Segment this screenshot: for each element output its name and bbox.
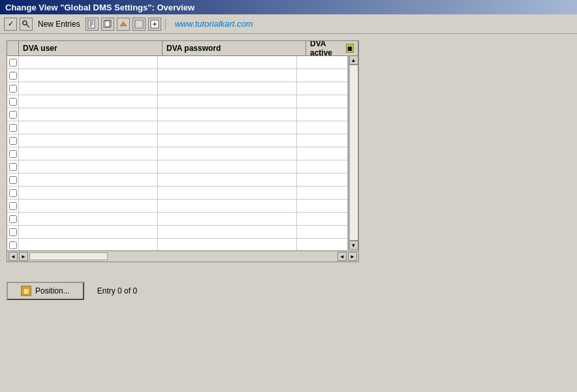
cell-active-8	[297, 147, 348, 160]
svg-rect-5	[89, 25, 92, 27]
header-select-col	[7, 41, 19, 55]
table-row	[7, 121, 348, 134]
title-text: Change View "Global DMS Settings": Overv…	[5, 3, 195, 12]
table-row	[7, 56, 348, 69]
table-row	[7, 239, 348, 250]
row-checkbox-14[interactable]	[7, 226, 19, 238]
cell-password-8	[158, 147, 297, 160]
table-row	[7, 82, 348, 95]
cell-user-13	[19, 213, 158, 226]
cell-active-14	[297, 226, 348, 239]
cell-active-3	[297, 82, 348, 95]
cell-active-9	[297, 160, 348, 173]
cell-user-6	[19, 121, 158, 134]
toolbar: ✓ New Entries www.tutorialkart.com	[0, 14, 577, 34]
cell-password-7	[158, 134, 297, 147]
cell-active-4	[297, 95, 348, 108]
cell-password-2	[158, 69, 297, 82]
row-checkbox-3[interactable]	[7, 82, 19, 95]
cell-active-1	[297, 56, 348, 69]
svg-point-0	[23, 21, 27, 25]
toolbar-btn-4[interactable]	[133, 18, 146, 31]
scroll-up-button[interactable]: ▲	[349, 55, 358, 65]
cell-user-3	[19, 82, 158, 95]
cell-active-7	[297, 134, 348, 147]
horizontal-scrollbar: ◄ ► ◄ ►	[7, 250, 358, 262]
cell-user-7	[19, 134, 158, 147]
row-checkbox-8[interactable]	[7, 147, 19, 160]
cell-active-11	[297, 187, 348, 200]
toolbar-btn-5[interactable]	[148, 18, 161, 31]
cell-user-8	[19, 147, 158, 160]
cell-password-9	[158, 160, 297, 173]
row-checkbox-4[interactable]	[7, 95, 19, 108]
position-label: Position...	[35, 286, 70, 295]
row-checkbox-9[interactable]	[7, 160, 19, 173]
cell-user-15	[19, 239, 158, 250]
scroll-track	[349, 65, 358, 241]
table-row	[7, 213, 348, 226]
row-checkbox-10[interactable]	[7, 173, 19, 186]
table-row	[7, 226, 348, 239]
cell-password-5	[158, 108, 297, 121]
scroll-down-button[interactable]: ▼	[349, 241, 358, 250]
table-container: DVA user DVA password DVA active ▦	[7, 40, 359, 262]
toolbar-btn-3[interactable]	[117, 18, 130, 31]
cell-user-10	[19, 173, 158, 187]
row-checkbox-1[interactable]	[7, 56, 19, 68]
row-checkbox-12[interactable]	[7, 200, 19, 212]
cell-password-13	[158, 213, 297, 226]
new-entries-label[interactable]: New Entries	[38, 20, 80, 29]
cell-user-5	[19, 108, 158, 121]
table-row	[7, 95, 348, 108]
cell-password-3	[158, 82, 297, 95]
cell-password-14	[158, 226, 297, 239]
row-checkbox-6[interactable]	[7, 121, 19, 134]
title-bar: Change View "Global DMS Settings": Overv…	[0, 0, 577, 14]
cell-active-10	[297, 173, 348, 187]
svg-rect-3	[89, 22, 93, 23]
checkmark-button[interactable]: ✓	[4, 18, 17, 31]
table-row	[7, 173, 348, 187]
cell-password-11	[158, 187, 297, 200]
row-checkbox-13[interactable]	[7, 213, 19, 225]
cell-password-6	[158, 121, 297, 134]
position-button[interactable]: ▦ Position...	[7, 282, 84, 300]
toolbar-btn-1[interactable]	[86, 18, 99, 31]
svg-line-1	[27, 24, 30, 27]
cell-password-15	[158, 239, 297, 250]
row-checkbox-5[interactable]	[7, 108, 19, 121]
hscroll-right-button[interactable]: ►	[348, 252, 357, 261]
main-content: DVA user DVA password DVA active ▦	[0, 34, 577, 392]
cell-password-4	[158, 95, 297, 108]
table-header: DVA user DVA password DVA active ▦	[7, 41, 358, 56]
hscroll-left-button[interactable]: ◄	[337, 252, 347, 261]
table-row	[7, 134, 348, 147]
active-col-icon: ▦	[346, 44, 354, 53]
row-checkbox-7[interactable]	[7, 134, 19, 147]
cell-user-1	[19, 56, 158, 69]
cell-password-1	[158, 56, 297, 69]
row-checkbox-15[interactable]	[7, 239, 19, 250]
binoculars-button[interactable]	[20, 18, 33, 31]
svg-rect-9	[136, 22, 142, 27]
position-icon: ▦	[21, 286, 31, 296]
vertical-scrollbar[interactable]: ▲ ▼	[348, 55, 358, 250]
header-dva-user: DVA user	[19, 41, 163, 55]
toolbar-btn-2[interactable]	[101, 18, 114, 31]
hscroll-thumb-area[interactable]	[29, 252, 108, 260]
table-row	[7, 200, 348, 213]
toolbar-separator	[165, 18, 166, 30]
cell-active-15	[297, 239, 348, 250]
nav-right-button[interactable]: ►	[19, 252, 28, 261]
table-row	[7, 147, 348, 160]
row-checkbox-2[interactable]	[7, 69, 19, 82]
cell-password-10	[158, 173, 297, 187]
cell-active-5	[297, 108, 348, 121]
nav-left-button[interactable]: ◄	[8, 252, 18, 261]
cell-active-2	[297, 69, 348, 82]
table-row	[7, 160, 348, 173]
cell-active-13	[297, 213, 348, 226]
table-row	[7, 187, 348, 200]
row-checkbox-11[interactable]	[7, 187, 19, 199]
